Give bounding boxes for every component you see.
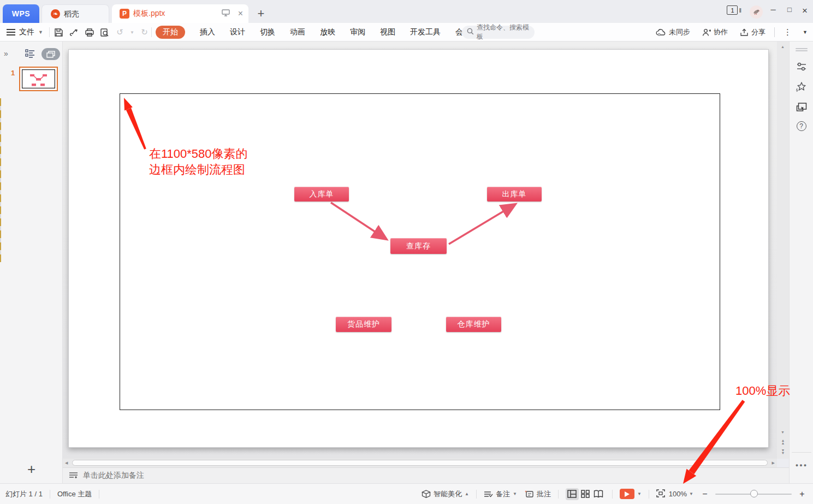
maximize-button[interactable]: □ [781,5,798,14]
pptx-file-icon: P [120,9,129,19]
normal-view-button[interactable] [566,488,579,500]
smart-beautify-icon[interactable] [796,81,808,95]
panel-drag-handle[interactable] [796,47,808,52]
slide-counter: 幻灯片 1 / 1 [5,489,43,499]
quick-access-toolbar: ↺ ▼ ↻ ▼ [54,26,163,39]
notes-caret-icon: ▼ [513,491,517,496]
sync-status-button[interactable]: 未同步 [656,27,690,37]
share-icon [740,28,749,37]
status-bar: 幻灯片 1 / 1 Office 主题 智能美化 ▲ 备注 ▼ 批注 [0,483,813,504]
new-tab-button[interactable]: + [254,7,268,21]
theme-name[interactable]: Office 主题 [57,489,92,499]
ribbon-tab-home[interactable]: 开始 [156,26,185,39]
add-slide-button[interactable]: + [0,461,63,478]
object-properties-icon[interactable] [796,61,807,74]
slide-sorter-view-button[interactable] [579,488,592,500]
person-plus-icon [702,28,711,37]
more-tools-icon[interactable]: ●●● [790,463,813,468]
thumbnail-view-toggle[interactable] [41,48,60,60]
play-options-caret-icon[interactable]: ▼ [637,491,642,496]
hamburger-icon [7,29,15,35]
search-icon [467,28,474,37]
collaborate-button[interactable]: 协作 [702,27,728,37]
slide-panel: » 1 + [0,41,63,483]
undo-dropdown-icon[interactable]: ▼ [130,30,134,35]
undo-icon[interactable]: ↺ [115,27,125,38]
save-icon[interactable] [54,27,64,38]
ribbon-tab-transition[interactable]: 切换 [260,27,275,37]
ribbon-tab-animation[interactable]: 动画 [290,27,305,37]
comments-button[interactable]: 批注 [525,489,551,499]
ribbon-tab-review[interactable]: 审阅 [350,27,365,37]
vertical-scrollbar[interactable]: ▲ ▼ ▲▲ ▼▼ [777,41,789,459]
next-slide-icon[interactable]: ▼▼ [780,449,786,454]
command-search-input[interactable]: 查找命令、搜索模板 [462,26,535,39]
beautify-caret-icon: ▲ [465,491,469,496]
wps-home-tab[interactable]: WPS [3,4,39,23]
zoom-out-button[interactable]: − [701,489,709,499]
collapse-ribbon-icon[interactable]: ▼ [803,29,808,35]
play-slideshow-button[interactable] [620,489,634,499]
duplicate-slide-icon[interactable] [796,102,807,115]
flowchart-node-check-stock[interactable]: 查库存 [390,238,447,254]
ribbon-tab-slideshow[interactable]: 放映 [320,27,335,37]
slide-page[interactable]: 入库单 出库单 查库存 货品维护 仓库维护 [68,49,769,448]
close-window-button[interactable]: × [797,5,813,16]
notes-lines-icon [484,490,493,498]
fit-to-window-icon[interactable] [656,489,665,499]
screen-edge-artifact [0,98,1,262]
slide-thumbnail-number: 1 [11,69,15,77]
notes-button[interactable]: 备注 ▼ [484,489,517,499]
slide-thumbnail-preview [22,69,55,88]
account-avatar[interactable] [750,5,763,19]
file-menu-button[interactable]: 文件 ▼ [7,26,43,39]
print-icon[interactable] [84,27,94,38]
horizontal-scrollbar-thumb[interactable] [72,460,768,466]
flowchart-node-warehouse-maintain[interactable]: 仓库维护 [446,317,501,332]
chevron-down-icon: ▼ [38,29,43,35]
wps-presentation-window: WPS ❧ 稻壳 P 模板.pptx × + 1 ‖ ─ □ × [0,0,813,504]
document-tab[interactable]: P 模板.pptx × [112,4,248,23]
present-monitor-icon[interactable] [222,9,230,18]
scroll-right-icon[interactable]: ▶ [772,461,775,465]
expand-panel-icon[interactable]: » [4,49,8,58]
slide-thumbnail[interactable] [19,67,58,91]
reading-view-button[interactable] [592,488,605,500]
ribbon-tab-insert[interactable]: 插入 [200,27,215,37]
add-notes-icon [69,471,78,481]
close-document-icon[interactable]: × [238,9,243,19]
smart-beautify-button[interactable]: 智能美化 ▲ [422,489,469,499]
zoom-slider-knob[interactable] [750,490,758,497]
zoom-slider[interactable] [715,494,792,495]
zoom-in-button[interactable]: + [798,489,806,499]
workspace-indicator[interactable]: 1 ‖ [727,5,742,15]
ribbon-tab-devtools[interactable]: 开发工具 [410,27,441,37]
zoom-caret-icon[interactable]: ▼ [689,491,693,496]
export-pdf-icon[interactable] [69,27,79,38]
previous-slide-icon[interactable]: ▲▲ [780,439,786,444]
ribbon-tab-design[interactable]: 设计 [230,27,245,37]
scroll-down-icon[interactable]: ▼ [781,430,785,434]
scroll-up-icon[interactable]: ▲ [781,45,785,49]
print-preview-icon[interactable] [99,27,110,38]
scroll-left-icon[interactable]: ◀ [65,461,68,465]
docer-icon: ❧ [51,9,60,19]
share-button[interactable]: 分享 [740,27,765,37]
notes-bar[interactable]: 单击此处添加备注 [63,467,789,483]
ribbon-tab-strip: 开始 插入 设计 切换 动画 放映 审阅 视图 开发工具 会员专享 [156,25,486,39]
more-options-icon[interactable]: ⋮ [784,27,792,37]
editing-canvas: 入库单 出库单 查库存 货品维护 仓库维护 [63,41,777,459]
comment-icon [525,490,534,498]
flowchart-node-outbound[interactable]: 出库单 [487,187,542,201]
zoom-level-value[interactable]: 100% [669,490,687,498]
redo-icon[interactable]: ↻ [139,27,150,38]
help-icon[interactable]: ? [797,121,806,131]
docer-tab[interactable]: ❧ 稻壳 [41,4,109,23]
window-tab-bar: WPS ❧ 稻壳 P 模板.pptx × + 1 ‖ ─ □ × [0,0,813,23]
horizontal-scrollbar[interactable]: ◀ ▶ [63,459,777,467]
flowchart-node-goods-maintain[interactable]: 货品维护 [336,317,391,332]
outline-view-icon[interactable] [25,49,35,60]
flowchart-node-inbound[interactable]: 入库单 [294,187,349,201]
minimize-button[interactable]: ─ [765,5,781,14]
ribbon-tab-view[interactable]: 视图 [380,27,395,37]
